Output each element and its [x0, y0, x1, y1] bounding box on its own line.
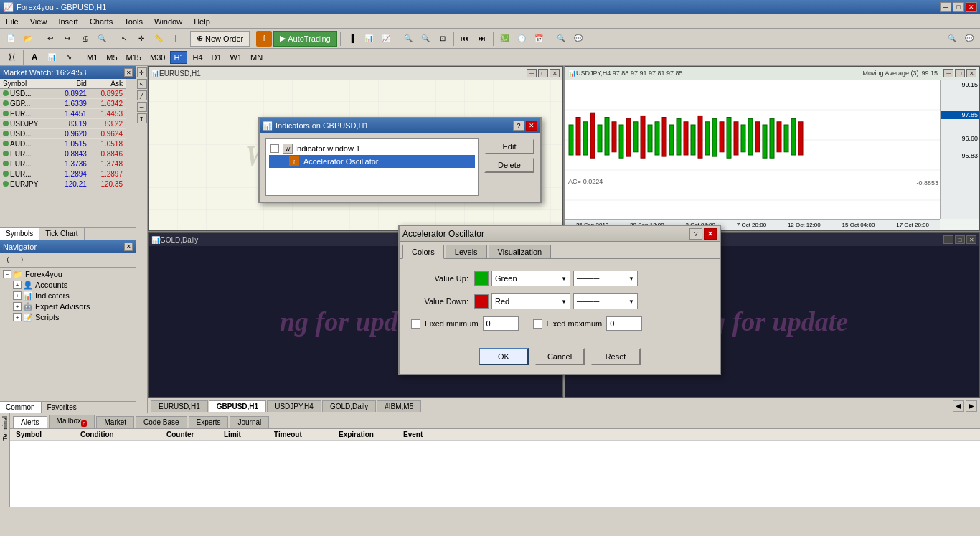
indicators-dialog-close[interactable]: ✕ — [526, 121, 537, 131]
accel-close-button[interactable]: ✕ — [704, 228, 717, 240]
term-tab-market[interactable]: Market — [96, 416, 134, 428]
tf-m15[interactable]: M15 — [123, 51, 145, 64]
table-row[interactable]: EUR... 1.2894 1.2897 — [0, 169, 126, 179]
crosshair-button[interactable]: ✛ — [133, 31, 149, 47]
accel-cancel-button[interactable]: Cancel — [534, 348, 585, 365]
tab-common[interactable]: Common — [0, 402, 42, 413]
period-sep-button[interactable]: | — [168, 31, 184, 47]
term-tab-alerts[interactable]: Alerts — [13, 416, 47, 428]
calendar-button[interactable]: 📅 — [531, 31, 547, 47]
expand-accounts[interactable]: + — [13, 281, 22, 289]
search-toolbar-button[interactable]: 🔍 — [944, 31, 960, 47]
maximize-button[interactable]: □ — [953, 2, 964, 12]
line-button[interactable]: 📏 — [151, 31, 166, 47]
scroll-left-button[interactable]: ⏮ — [457, 31, 473, 47]
table-row[interactable]: USD... 0.8921 0.8925 — [0, 89, 126, 99]
accel-help-button[interactable]: ? — [689, 228, 702, 240]
chart-ibm-minimize[interactable]: ─ — [943, 235, 953, 244]
indicators-dialog[interactable]: 📊 Indicators on GBPUSD,H1 ? ✕ − W Indica… — [258, 117, 542, 203]
table-row[interactable]: EUR... 1.4451 1.4453 — [0, 109, 126, 119]
tab-tick-chart[interactable]: Tick Chart — [39, 228, 84, 240]
value-down-style-select[interactable]: ──── ▼ — [573, 293, 638, 309]
table-row[interactable]: GBP... 1.6339 1.6342 — [0, 99, 126, 109]
accelerator-oscillator-item[interactable]: f Accelerator Oscillator — [269, 155, 475, 168]
value-down-color-select[interactable]: Red ▼ — [491, 293, 570, 309]
fixed-min-checkbox[interactable] — [411, 319, 420, 329]
fixed-min-input[interactable] — [483, 316, 519, 331]
nav-item-scripts[interactable]: + 📝 Scripts — [1, 312, 134, 323]
chart-eurusd-minimize[interactable]: ─ — [527, 69, 537, 77]
text-tool-button[interactable]: A — [27, 50, 42, 65]
chart-usdjpy-close[interactable]: ✕ — [966, 69, 976, 77]
nav-item-expert-advisors[interactable]: + 🤖 Expert Advisors — [1, 301, 134, 312]
text-tool[interactable]: T — [137, 113, 147, 123]
menu-window[interactable]: Window — [149, 16, 188, 27]
fixed-max-checkbox[interactable] — [533, 319, 542, 329]
chart-tab-scroll-left[interactable]: ◀ — [953, 400, 964, 412]
redo-button[interactable]: ↪ — [60, 31, 75, 47]
expand-scripts[interactable]: + — [13, 313, 22, 321]
chart-usdjpy-maximize[interactable]: □ — [955, 69, 965, 77]
minimize-button[interactable]: ─ — [940, 2, 951, 12]
open-button[interactable]: 📂 — [20, 31, 36, 47]
accel-tab-visualization[interactable]: Visualization — [489, 245, 552, 258]
accel-ok-button[interactable]: OK — [479, 348, 529, 365]
new-order-button[interactable]: ⊕ New Order — [190, 31, 250, 47]
tf-left-arrows[interactable]: ⟪⟨ — [3, 51, 20, 64]
accel-reset-button[interactable]: Reset — [590, 348, 641, 365]
nav-forward-button[interactable]: ⟩ — [16, 254, 29, 265]
expand-forex4you[interactable]: − — [3, 270, 11, 278]
tf-mn[interactable]: MN — [247, 51, 266, 64]
chart-prop-button[interactable]: 📊 — [44, 50, 60, 65]
expand-ea[interactable]: + — [13, 302, 22, 311]
table-row[interactable]: USDJPY 83.19 83.22 — [0, 119, 126, 129]
chart-type-line[interactable]: 📈 — [378, 31, 394, 47]
chart-ibm-maximize[interactable]: □ — [955, 235, 965, 244]
tab-favorites[interactable]: Favorites — [42, 402, 83, 413]
value-up-color-select[interactable]: Green ▼ — [491, 271, 570, 286]
clock-button[interactable]: 🕐 — [514, 31, 529, 47]
chart-tab-eurusd[interactable]: EURUSD,H1 — [151, 400, 208, 412]
crosshair-tool[interactable]: ✛ — [137, 67, 147, 77]
tf-h4[interactable]: H4 — [189, 51, 206, 64]
tf-m1[interactable]: M1 — [83, 51, 101, 64]
chart-tab-gbpusd[interactable]: GBPUSD,H1 — [209, 400, 266, 412]
chart-tab-gold[interactable]: GOLD,Daily — [322, 400, 376, 412]
nav-back-button[interactable]: ⟨ — [1, 254, 14, 265]
menu-file[interactable]: File — [0, 16, 24, 27]
undo-button[interactable]: ↩ — [42, 31, 58, 47]
value-down-color-box[interactable] — [474, 294, 489, 309]
zoom-out-button[interactable]: 🔍 — [418, 31, 433, 47]
tf-m30[interactable]: M30 — [146, 51, 169, 64]
navigator-close[interactable]: ✕ — [124, 243, 133, 251]
edit-indicator-button[interactable]: Edit — [484, 138, 534, 154]
search-button[interactable]: 🔍 — [553, 31, 569, 47]
comment-button[interactable]: 💬 — [961, 31, 977, 47]
line-tool[interactable]: ╱ — [137, 90, 147, 100]
fit-chart-button[interactable]: ⊡ — [435, 31, 451, 47]
table-row[interactable]: USD... 0.9620 0.9624 — [0, 129, 126, 139]
scroll-right-button[interactable]: ⏭ — [474, 31, 490, 47]
indicator-window-1[interactable]: − W Indicator window 1 — [269, 142, 475, 155]
menu-insert[interactable]: Insert — [52, 16, 84, 27]
chart-usdjpy-minimize[interactable]: ─ — [943, 69, 953, 77]
tf-d1[interactable]: D1 — [208, 51, 225, 64]
term-tab-mailbox[interactable]: Mailbox6 — [49, 415, 95, 428]
table-row[interactable]: EUR... 0.8843 0.8846 — [0, 149, 126, 159]
trade-button[interactable]: 💹 — [496, 31, 512, 47]
tab-symbols[interactable]: Symbols — [0, 228, 39, 240]
arrow-tool[interactable]: ↖ — [137, 79, 147, 89]
chart-ibm-close[interactable]: ✕ — [966, 235, 976, 244]
delete-indicator-button[interactable]: Delete — [484, 157, 534, 173]
menu-charts[interactable]: Charts — [84, 16, 118, 27]
cursor-button[interactable]: ↖ — [116, 31, 132, 47]
zoom-in-button[interactable]: 🔍 — [400, 31, 416, 47]
term-tab-journal[interactable]: Journal — [230, 416, 269, 428]
nav-item-accounts[interactable]: + 👤 Accounts — [1, 280, 134, 291]
chart-tab-usdjpy[interactable]: USDJPY,H4 — [267, 400, 321, 412]
term-tab-experts[interactable]: Experts — [189, 416, 229, 428]
tf-w1[interactable]: W1 — [227, 51, 246, 64]
menu-help[interactable]: Help — [188, 16, 216, 27]
print-preview-button[interactable]: 🔍 — [94, 31, 110, 47]
indicators-dialog-help[interactable]: ? — [513, 121, 524, 131]
